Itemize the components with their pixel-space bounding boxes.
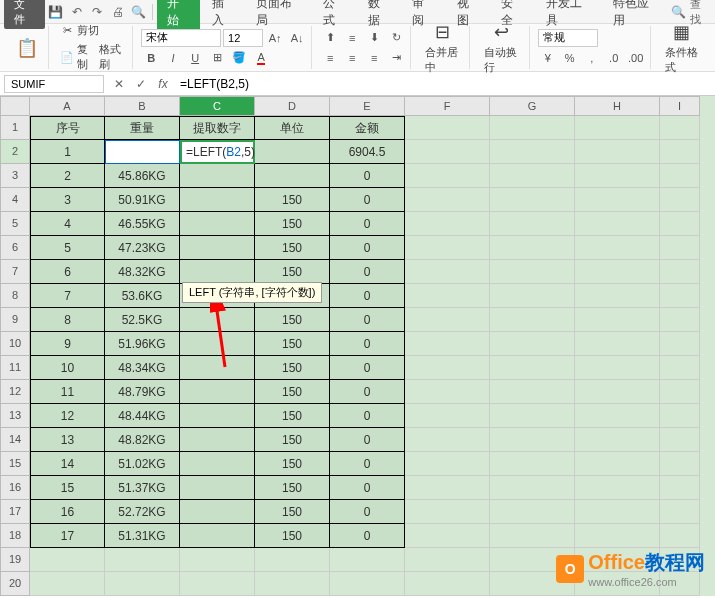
- cell[interactable]: 序号: [30, 116, 105, 140]
- cell[interactable]: 0: [330, 356, 405, 380]
- align-top-icon[interactable]: ⬆: [320, 29, 340, 47]
- cell[interactable]: [490, 116, 575, 140]
- cell[interactable]: 0: [330, 236, 405, 260]
- cell[interactable]: 0: [330, 212, 405, 236]
- cell[interactable]: [575, 380, 660, 404]
- row-header[interactable]: 17: [0, 500, 30, 524]
- cell[interactable]: 48.79KG: [105, 380, 180, 404]
- cell[interactable]: [660, 404, 700, 428]
- cell[interactable]: [405, 476, 490, 500]
- cell[interactable]: [490, 236, 575, 260]
- cell[interactable]: 52.5KG: [105, 308, 180, 332]
- cell[interactable]: [405, 164, 490, 188]
- cell[interactable]: [660, 476, 700, 500]
- cell[interactable]: [180, 428, 255, 452]
- cell[interactable]: 0: [330, 260, 405, 284]
- cell[interactable]: [180, 452, 255, 476]
- cell[interactable]: [575, 140, 660, 164]
- cell[interactable]: [405, 236, 490, 260]
- align-center-icon[interactable]: ≡: [342, 49, 362, 67]
- merge-center-button[interactable]: ⊟合并居中: [419, 19, 465, 77]
- cell[interactable]: 150: [255, 524, 330, 548]
- cell[interactable]: 46.55KG: [105, 212, 180, 236]
- cell[interactable]: 48.32KG: [105, 260, 180, 284]
- cell[interactable]: [180, 332, 255, 356]
- cell[interactable]: [575, 332, 660, 356]
- increase-font-icon[interactable]: A↑: [265, 29, 285, 47]
- row-header[interactable]: 19: [0, 548, 30, 572]
- cell[interactable]: 150: [255, 452, 330, 476]
- cell[interactable]: [180, 476, 255, 500]
- comma-icon[interactable]: ,: [582, 49, 602, 67]
- decrease-font-icon[interactable]: A↓: [287, 29, 307, 47]
- row-header[interactable]: 20: [0, 572, 30, 596]
- print-icon[interactable]: 🖨: [109, 2, 128, 22]
- col-header-B[interactable]: B: [105, 96, 180, 116]
- indent-icon[interactable]: ⇥: [386, 49, 406, 67]
- select-all-corner[interactable]: [0, 96, 30, 116]
- cell[interactable]: [660, 188, 700, 212]
- row-header[interactable]: 11: [0, 356, 30, 380]
- col-header-I[interactable]: I: [660, 96, 700, 116]
- cell[interactable]: [180, 548, 255, 572]
- cell[interactable]: 9: [30, 332, 105, 356]
- bold-button[interactable]: B: [141, 49, 161, 67]
- cancel-formula-icon[interactable]: ✕: [108, 74, 130, 94]
- editing-cell[interactable]: =LEFT(B2,5): [180, 140, 255, 164]
- cell[interactable]: 150: [255, 476, 330, 500]
- cell[interactable]: 50.91KG: [105, 188, 180, 212]
- cell[interactable]: [575, 260, 660, 284]
- spreadsheet-grid[interactable]: A B C D E F G H I 1 序号 重量 提取数字 单位 金额 2 1…: [0, 96, 715, 596]
- cell[interactable]: [405, 284, 490, 308]
- cell[interactable]: [490, 524, 575, 548]
- cell[interactable]: 51.31KG: [105, 524, 180, 548]
- cell[interactable]: [180, 404, 255, 428]
- cell[interactable]: 12: [30, 404, 105, 428]
- cell[interactable]: [575, 428, 660, 452]
- cell[interactable]: [405, 404, 490, 428]
- row-header[interactable]: 4: [0, 188, 30, 212]
- auto-wrap-button[interactable]: ↩自动换行: [478, 19, 524, 77]
- underline-button[interactable]: U: [185, 49, 205, 67]
- row-header[interactable]: 14: [0, 428, 30, 452]
- row-header[interactable]: 15: [0, 452, 30, 476]
- cell[interactable]: 0: [330, 476, 405, 500]
- cell[interactable]: 17: [30, 524, 105, 548]
- cell[interactable]: 4: [30, 212, 105, 236]
- cell[interactable]: [660, 308, 700, 332]
- cell[interactable]: [490, 452, 575, 476]
- cell[interactable]: [660, 332, 700, 356]
- preview-icon[interactable]: 🔍: [130, 2, 149, 22]
- col-header-F[interactable]: F: [405, 96, 490, 116]
- row-header[interactable]: 12: [0, 380, 30, 404]
- cell[interactable]: [180, 212, 255, 236]
- cell[interactable]: [490, 404, 575, 428]
- accept-formula-icon[interactable]: ✓: [130, 74, 152, 94]
- cell[interactable]: [405, 380, 490, 404]
- row-header[interactable]: 5: [0, 212, 30, 236]
- cell[interactable]: [660, 260, 700, 284]
- cell[interactable]: [180, 164, 255, 188]
- cell[interactable]: 7: [30, 284, 105, 308]
- cell[interactable]: [575, 164, 660, 188]
- cell[interactable]: [490, 428, 575, 452]
- font-name-select[interactable]: [141, 29, 221, 47]
- cell[interactable]: [575, 236, 660, 260]
- cell[interactable]: [255, 164, 330, 188]
- cell[interactable]: 51.96KG: [105, 332, 180, 356]
- cell[interactable]: [405, 140, 490, 164]
- cell[interactable]: [405, 452, 490, 476]
- cell[interactable]: [330, 548, 405, 572]
- cell[interactable]: 150: [255, 356, 330, 380]
- cell[interactable]: [490, 140, 575, 164]
- cell[interactable]: 150: [255, 236, 330, 260]
- cell[interactable]: 金额: [330, 116, 405, 140]
- cell[interactable]: 1: [30, 140, 105, 164]
- col-header-D[interactable]: D: [255, 96, 330, 116]
- align-middle-icon[interactable]: ≡: [342, 29, 362, 47]
- align-right-icon[interactable]: ≡: [364, 49, 384, 67]
- cell[interactable]: [180, 188, 255, 212]
- cell[interactable]: [30, 572, 105, 596]
- cell[interactable]: 0: [330, 500, 405, 524]
- cell[interactable]: [575, 284, 660, 308]
